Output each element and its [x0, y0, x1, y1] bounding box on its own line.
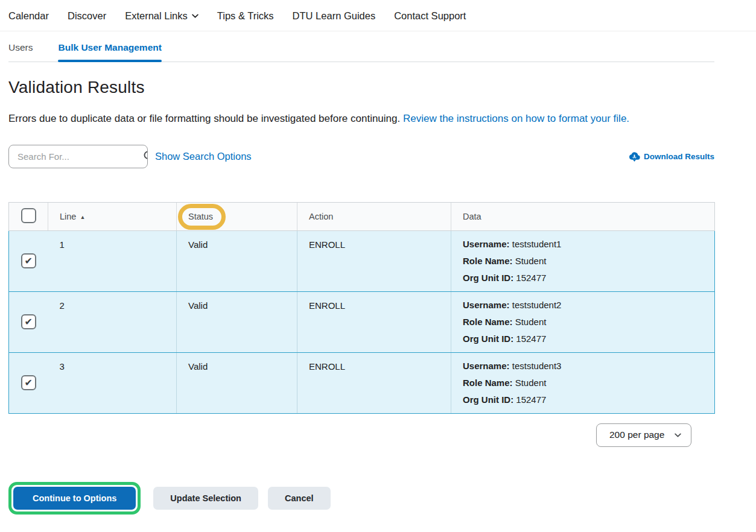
data-role-name: Role Name: Student	[463, 314, 708, 331]
line-cell: 3	[48, 352, 177, 413]
nav-item-tips-tricks[interactable]: Tips & Tricks	[217, 10, 274, 22]
search-icon	[142, 150, 148, 163]
search-box	[8, 145, 148, 168]
download-results-link[interactable]: Download Results	[629, 151, 714, 162]
column-header-status[interactable]: Status	[177, 202, 297, 230]
per-page-select[interactable]: 200 per page	[596, 423, 691, 447]
continue-to-options-button[interactable]: Continue to Options	[13, 487, 136, 510]
sort-ascending-icon: ▲	[80, 214, 85, 220]
nav-item-external-links[interactable]: External Links	[125, 10, 199, 22]
footer-actions: Continue to Options Update Selection Can…	[8, 482, 714, 515]
data-org-unit-id: Org Unit ID: 152477	[463, 391, 708, 408]
nav-item-dtu-learn-guides[interactable]: DTU Learn Guides	[293, 10, 376, 22]
data-username: Username: teststudent1	[463, 236, 708, 253]
action-cell: ENROLL	[297, 291, 451, 352]
table-row: ✔ 2 Valid ENROLL Username: teststudent2 …	[9, 291, 715, 352]
column-header-line[interactable]: Line▲	[48, 202, 177, 230]
top-navigation: Calendar Discover External Links Tips & …	[0, 0, 756, 31]
data-username: Username: teststudent3	[463, 358, 708, 375]
description-text: Errors due to duplicate data or file for…	[8, 113, 403, 124]
action-cell: ENROLL	[297, 352, 451, 413]
row-checkbox[interactable]: ✔	[21, 375, 36, 390]
tab-users[interactable]: Users	[8, 41, 33, 62]
data-username: Username: teststudent2	[463, 297, 708, 314]
action-cell: ENROLL	[297, 230, 451, 291]
status-cell: Valid	[177, 291, 297, 352]
data-org-unit-id: Org Unit ID: 152477	[463, 270, 708, 287]
line-cell: 2	[48, 291, 177, 352]
row-checkbox[interactable]: ✔	[21, 253, 36, 268]
show-search-options-link[interactable]: Show Search Options	[155, 151, 252, 162]
chevron-down-icon	[675, 433, 681, 437]
search-input[interactable]	[9, 145, 142, 168]
nav-item-contact-support[interactable]: Contact Support	[394, 10, 466, 22]
data-role-name: Role Name: Student	[463, 253, 708, 270]
search-button[interactable]	[142, 145, 148, 168]
data-cell: Username: teststudent1 Role Name: Studen…	[451, 230, 715, 291]
page-title: Validation Results	[8, 78, 714, 97]
table-row: ✔ 3 Valid ENROLL Username: teststudent3 …	[9, 352, 715, 413]
nav-item-calendar[interactable]: Calendar	[8, 10, 49, 22]
column-header-data[interactable]: Data	[451, 202, 715, 230]
table-row: ✔ 1 Valid ENROLL Username: teststudent1 …	[9, 230, 715, 291]
table-header-row: Line▲ Status Action Data	[9, 202, 715, 230]
cloud-download-icon	[629, 151, 640, 162]
page-description: Errors due to duplicate data or file for…	[8, 110, 708, 128]
data-org-unit-id: Org Unit ID: 152477	[463, 331, 708, 347]
line-cell: 1	[48, 230, 177, 291]
select-all-cell	[9, 202, 48, 230]
column-header-action[interactable]: Action	[297, 202, 451, 230]
chevron-down-icon	[192, 14, 199, 18]
status-cell: Valid	[177, 230, 297, 291]
tab-bulk-user-management[interactable]: Bulk User Management	[58, 41, 161, 62]
row-checkbox[interactable]: ✔	[21, 314, 36, 329]
active-tab-underline	[58, 60, 161, 62]
row-select-cell: ✔	[9, 291, 48, 352]
continue-annotation-highlight: Continue to Options	[8, 482, 141, 515]
data-cell: Username: teststudent3 Role Name: Studen…	[451, 352, 715, 413]
row-select-cell: ✔	[9, 230, 48, 291]
data-cell: Username: teststudent2 Role Name: Studen…	[451, 291, 715, 352]
select-all-checkbox[interactable]	[21, 208, 36, 223]
update-selection-button[interactable]: Update Selection	[153, 487, 258, 510]
search-toolbar: Show Search Options Download Results	[8, 145, 714, 168]
status-cell: Valid	[177, 352, 297, 413]
tab-bar: Users Bulk User Management	[8, 31, 714, 62]
data-role-name: Role Name: Student	[463, 375, 708, 391]
nav-item-discover[interactable]: Discover	[68, 10, 106, 22]
cancel-button[interactable]: Cancel	[268, 487, 331, 510]
validation-results-table: Line▲ Status Action Data ✔ 1 Valid ENROL…	[8, 202, 715, 414]
pagination-row: 200 per page	[8, 423, 714, 447]
format-instructions-link[interactable]: Review the instructions on how to format…	[403, 113, 629, 124]
row-select-cell: ✔	[9, 352, 48, 413]
